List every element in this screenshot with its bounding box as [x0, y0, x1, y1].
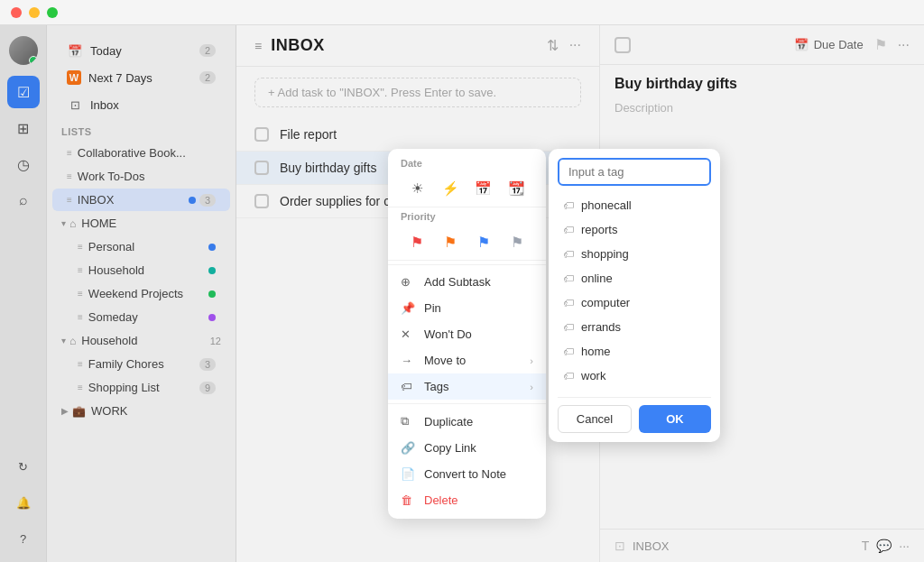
menu-wontdo-label: Won't Do — [424, 327, 472, 341]
flag-orange-icon: ⚑ — [444, 234, 457, 251]
menu-pin[interactable]: 📌 Pin — [388, 295, 546, 321]
add-subtask-icon: ⊕ — [401, 275, 417, 289]
date-calendar2-icon[interactable]: 📆 — [504, 176, 530, 201]
menu-tags[interactable]: 🏷 Tags › — [388, 373, 546, 400]
maximize-button[interactable] — [47, 7, 58, 18]
tag-computer-label: computer — [581, 296, 630, 309]
tag-option-work[interactable]: 🏷 work — [558, 364, 711, 388]
wont-do-icon: ✕ — [401, 327, 417, 341]
tag-errands-label: errands — [581, 320, 621, 334]
flag-blue-icon: ⚑ — [477, 234, 490, 251]
duplicate-icon: ⧉ — [401, 414, 417, 428]
menu-add-subtask[interactable]: ⊕ Add Subtask — [388, 269, 546, 295]
tag-ok-button[interactable]: OK — [639, 405, 711, 433]
date-sun-icon[interactable]: ☀ — [404, 176, 430, 201]
tag-label-icon: 🏷 — [563, 272, 574, 285]
menu-convert-note[interactable]: 📄 Convert to Note — [388, 461, 546, 487]
menu-copylink-label: Copy Link — [424, 441, 476, 455]
tag-option-errands[interactable]: 🏷 errands — [558, 315, 711, 339]
tag-option-shopping[interactable]: 🏷 shopping — [558, 242, 711, 266]
flag-gray-icon: ⚑ — [511, 234, 523, 251]
tag-option-computer[interactable]: 🏷 computer — [558, 290, 711, 315]
delete-icon: 🗑 — [401, 493, 417, 507]
menu-wont-do[interactable]: ✕ Won't Do — [388, 321, 546, 347]
tag-shopping-label: shopping — [581, 247, 629, 261]
tags-icon: 🏷 — [401, 380, 417, 393]
tag-label-icon: 🏷 — [563, 199, 574, 212]
menu-duplicate-label: Duplicate — [424, 415, 473, 428]
tag-option-home[interactable]: 🏷 home — [558, 339, 711, 364]
convert-note-icon: 📄 — [401, 467, 417, 481]
context-menu: Date ☀ ⚡ 📅 📆 Priority ⚑ ⚑ ⚑ ⚑ ⊕ Add Subt… — [388, 149, 546, 519]
close-button[interactable] — [11, 7, 22, 18]
menu-divider — [388, 403, 546, 404]
priority-p4-btn[interactable]: ⚑ — [504, 229, 530, 254]
menu-convertnote-label: Convert to Note — [424, 467, 506, 481]
tag-option-phonecall[interactable]: 🏷 phonecall — [558, 193, 711, 217]
menu-copy-link[interactable]: 🔗 Copy Link — [388, 435, 546, 461]
tags-arrow-icon: › — [530, 382, 533, 392]
date-row: ☀ ⚡ 📅 📆 — [388, 170, 546, 207]
menu-pin-label: Pin — [424, 301, 441, 315]
menu-divider — [388, 264, 546, 265]
tag-input[interactable] — [558, 158, 711, 186]
tag-option-online[interactable]: 🏷 online — [558, 266, 711, 290]
priority-p2-btn[interactable]: ⚑ — [438, 229, 463, 254]
date-calendar-icon[interactable]: 📅 — [471, 176, 496, 201]
tag-home-label: home — [581, 345, 611, 358]
menu-tags-label: Tags — [424, 380, 448, 393]
tag-option-reports[interactable]: 🏷 reports — [558, 217, 711, 242]
tag-label-icon: 🏷 — [563, 321, 574, 334]
pin-icon: 📌 — [401, 301, 417, 315]
tag-cancel-button[interactable]: Cancel — [558, 405, 632, 433]
menu-move-to[interactable]: → Move to › — [388, 347, 546, 373]
menu-delete[interactable]: 🗑 Delete — [388, 487, 546, 513]
move-to-arrow-icon: › — [530, 355, 533, 366]
minimize-button[interactable] — [29, 7, 40, 18]
tag-work-label: work — [581, 369, 605, 382]
move-to-icon: → — [401, 354, 417, 367]
tag-phonecall-label: phonecall — [581, 198, 632, 212]
priority-p1-btn[interactable]: ⚑ — [404, 229, 430, 254]
tag-label-icon: 🏷 — [563, 248, 574, 261]
tag-label-icon: 🏷 — [563, 370, 574, 382]
tag-reports-label: reports — [581, 223, 617, 236]
tag-label-icon: 🏷 — [563, 297, 574, 309]
date-section-label: Date — [388, 154, 546, 170]
tag-online-label: online — [581, 272, 613, 285]
priority-p3-btn[interactable]: ⚑ — [471, 229, 496, 254]
menu-add-subtask-label: Add Subtask — [424, 275, 491, 289]
copy-link-icon: 🔗 — [401, 441, 417, 455]
tag-dropdown: 🏷 phonecall 🏷 reports 🏷 shopping 🏷 onlin… — [549, 149, 720, 442]
menu-duplicate[interactable]: ⧉ Duplicate — [388, 408, 546, 435]
date-bolt-icon[interactable]: ⚡ — [438, 176, 463, 201]
tag-label-icon: 🏷 — [563, 224, 574, 236]
priority-section-label: Priority — [388, 207, 546, 224]
menu-delete-label: Delete — [424, 493, 458, 507]
tag-label-icon: 🏷 — [563, 345, 574, 358]
titlebar — [0, 0, 924, 25]
priority-row: ⚑ ⚑ ⚑ ⚑ — [388, 224, 546, 261]
flag-red-icon: ⚑ — [411, 234, 423, 251]
menu-moveto-label: Move to — [424, 354, 466, 367]
